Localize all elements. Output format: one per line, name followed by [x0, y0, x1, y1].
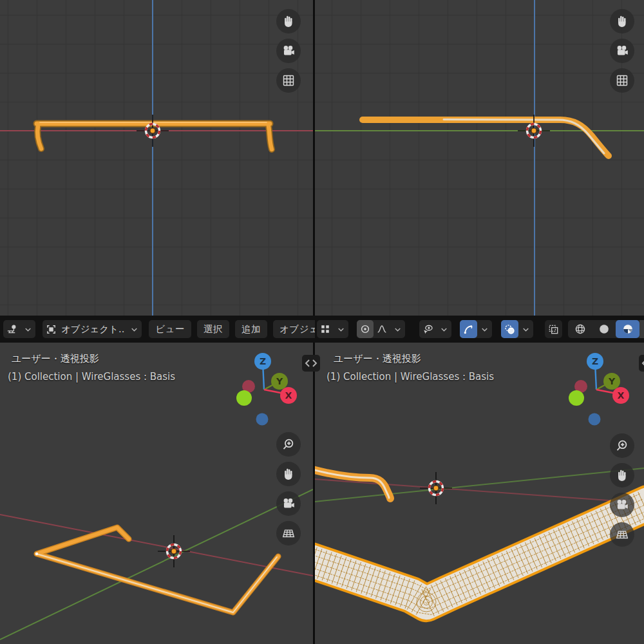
chevron-down-icon — [393, 325, 402, 334]
zoom-in-icon — [615, 439, 629, 453]
object-visibility-eye-icon — [422, 323, 434, 336]
hand-icon — [281, 14, 296, 28]
navigation-axis-gizmo[interactable] — [236, 353, 298, 426]
camera-icon — [615, 44, 629, 58]
hand-icon — [615, 14, 629, 28]
wireglasses-object-front-view[interactable] — [0, 0, 313, 316]
move-view-button[interactable] — [276, 462, 301, 486]
falloff-dropdown[interactable] — [374, 320, 390, 338]
chevron-down-icon — [336, 325, 346, 334]
chevron-down-icon — [521, 325, 531, 334]
context-breadcrumb-label: (1) Collection | WireGlasses : Basis — [8, 371, 175, 383]
area-resize-arrows-partial[interactable] — [639, 355, 644, 372]
smooth-falloff-icon — [376, 323, 388, 335]
viewport-header-left: オブジェクト.. ビュー 選択 追加 オブジェクト — [0, 316, 316, 343]
camera-icon — [281, 497, 296, 511]
viewport-user-perspective-right[interactable]: ユーザー・透視投影 (1) Collection | WireGlasses :… — [315, 343, 644, 644]
chevron-down-icon — [439, 325, 449, 334]
pivot-point-dropdown[interactable] — [317, 320, 348, 338]
area-corner-arrows-icon — [304, 359, 318, 368]
camera-icon — [615, 498, 629, 512]
chevron-down-icon — [23, 325, 33, 334]
pivot-individual-origins-icon — [319, 323, 331, 335]
menu-view[interactable]: ビュー — [149, 320, 191, 338]
menu-select[interactable]: 選択 — [197, 320, 229, 338]
navigation-axis-gizmo[interactable] — [568, 353, 630, 426]
editor-3d-viewport-icon — [6, 323, 18, 336]
toggle-projection-button[interactable] — [610, 522, 634, 547]
wireglasses-temple-closeup[interactable] — [315, 469, 390, 498]
camera-view-button[interactable] — [276, 491, 301, 516]
material-preview-shading-icon — [621, 323, 634, 336]
toggle-projection-button[interactable] — [276, 521, 301, 545]
chevron-down-icon — [129, 325, 139, 334]
3d-cursor — [418, 470, 454, 506]
editor-type-dropdown[interactable] — [3, 320, 35, 338]
overlays-dropdown[interactable] — [518, 320, 533, 338]
viewport-front-ortho[interactable] — [0, 0, 313, 316]
move-view-button[interactable] — [276, 9, 301, 33]
gizmo-icon — [462, 323, 475, 336]
chevron-down-icon — [480, 325, 489, 334]
perspective-grid-icon — [615, 527, 629, 542]
camera-view-button[interactable] — [610, 39, 634, 63]
shading-material-button[interactable] — [616, 320, 639, 338]
move-view-button[interactable] — [610, 463, 634, 488]
area-resize-arrows[interactable] — [302, 355, 320, 372]
area-corner-arrow-icon — [641, 359, 644, 368]
overlays-icon — [504, 323, 516, 336]
hand-icon — [615, 468, 629, 482]
3d-cursor — [156, 533, 192, 569]
wireglasses-mesh-closeup[interactable] — [315, 492, 644, 616]
zoom-view-button[interactable] — [610, 433, 634, 458]
camera-view-button[interactable] — [276, 39, 301, 63]
perspective-grid-icon — [281, 526, 296, 540]
proportional-editing-icon — [359, 323, 371, 335]
move-view-button[interactable] — [610, 9, 634, 33]
show-gizmo-group — [460, 320, 492, 338]
shading-wireframe-button[interactable] — [568, 320, 592, 338]
camera-icon — [281, 44, 296, 58]
xray-icon — [547, 323, 560, 336]
menu-object[interactable]: オブジェクト — [273, 320, 316, 338]
context-breadcrumb-label: (1) Collection | WireGlasses : Basis — [327, 371, 494, 383]
menu-add[interactable]: 追加 — [235, 320, 267, 338]
viewport-user-perspective-left[interactable]: ユーザー・透視投影 (1) Collection | WireGlasses :… — [0, 343, 313, 644]
3d-cursor — [135, 113, 171, 149]
mode-selector[interactable]: オブジェクト.. — [43, 320, 142, 338]
show-overlays-toggle[interactable] — [501, 320, 518, 338]
blender-window: オブジェクト.. ビュー 選択 追加 オブジェクト — [0, 0, 644, 644]
viewport-side-ortho[interactable] — [315, 0, 644, 316]
view-name-label: ユーザー・透視投影 — [12, 353, 99, 365]
view-name-label: ユーザー・透視投影 — [334, 353, 421, 365]
y-axis-line — [315, 468, 644, 502]
object-visibility-dropdown[interactable] — [419, 320, 451, 338]
grid-icon — [615, 73, 629, 88]
zoom-view-button[interactable] — [276, 432, 301, 457]
zoom-in-icon — [281, 437, 296, 451]
camera-view-button[interactable] — [610, 493, 634, 517]
toggle-projection-button[interactable] — [276, 68, 301, 93]
shading-rendered-button[interactable] — [639, 320, 644, 338]
wireglasses-temple-side-view[interactable] — [315, 0, 644, 316]
solid-shading-icon — [598, 323, 611, 336]
show-overlays-group — [501, 320, 533, 338]
proportional-editing-group — [357, 320, 405, 338]
toggle-xray-button[interactable] — [545, 320, 562, 338]
shading-mode-group — [568, 320, 644, 338]
3d-cursor — [516, 113, 552, 149]
proportional-editing-toggle[interactable] — [357, 320, 374, 338]
gizmo-dropdown[interactable] — [477, 320, 492, 338]
grid-icon — [281, 73, 296, 88]
shading-solid-button[interactable] — [592, 320, 616, 338]
mode-label: オブジェクト.. — [60, 323, 127, 336]
show-gizmo-toggle[interactable] — [460, 320, 477, 338]
wireframe-shading-icon — [574, 323, 587, 336]
toggle-projection-button[interactable] — [610, 68, 634, 93]
chevron-down-button[interactable] — [390, 320, 405, 338]
x-axis-line — [315, 479, 644, 503]
viewport-header-right — [315, 316, 644, 343]
hand-icon — [281, 467, 296, 481]
object-mode-icon — [45, 323, 57, 336]
